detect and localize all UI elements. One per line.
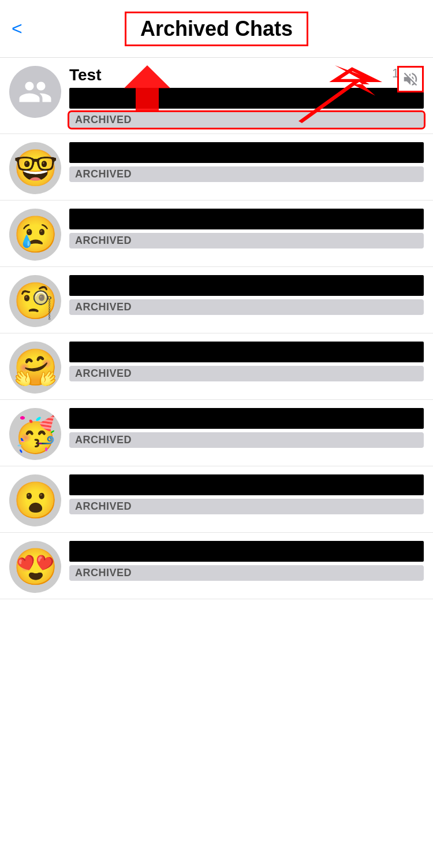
chat-message-redacted: [69, 541, 424, 562]
chat-content: ARCHIVED: [69, 408, 424, 448]
chat-top-row: Test 14:56: [69, 66, 424, 84]
chat-message-redacted: [69, 342, 424, 362]
chat-content: ARCHIVED: [69, 541, 424, 581]
archived-badge: ARCHIVED: [69, 366, 424, 381]
archived-badge: ARCHIVED: [69, 499, 424, 514]
avatar: 😍: [9, 541, 61, 593]
archived-badge: ARCHIVED: [69, 233, 424, 248]
list-item[interactable]: Test 14:56 ARCHIVED: [0, 58, 433, 134]
list-item[interactable]: 🥳 ARCHIVED: [0, 400, 433, 466]
list-item[interactable]: 😮 ARCHIVED: [0, 466, 433, 533]
archived-badge: ARCHIVED: [69, 565, 424, 581]
back-button[interactable]: <: [12, 18, 23, 39]
avatar: 🥳: [9, 408, 61, 460]
chat-message-redacted: [69, 142, 424, 163]
archived-badge: ARCHIVED: [69, 432, 424, 448]
header: < Archived Chats: [0, 0, 433, 58]
chat-content: ARCHIVED: [69, 474, 424, 514]
chat-content: ARCHIVED: [69, 209, 424, 248]
archived-badge: ARCHIVED: [69, 299, 424, 315]
chat-message-redacted: [69, 209, 424, 229]
list-item[interactable]: 🤗 ARCHIVED: [0, 333, 433, 400]
chat-message-redacted: [69, 88, 424, 109]
avatar: [9, 66, 61, 118]
archived-badge: ARCHIVED: [69, 166, 424, 182]
group-avatar-icon: [18, 75, 53, 109]
avatar: 🧐: [9, 275, 61, 327]
avatar: 😮: [9, 474, 61, 526]
mute-icon-box: [397, 66, 424, 92]
chat-content: ARCHIVED: [69, 142, 424, 182]
chat-list: Test 14:56 ARCHIVED 🤓 ARCHIVED: [0, 58, 433, 599]
chat-name: Test: [69, 66, 102, 84]
avatar: 🤗: [9, 342, 61, 394]
mute-icon: [402, 71, 419, 88]
chat-content: ARCHIVED: [69, 342, 424, 381]
avatar: 😢: [9, 209, 61, 261]
list-item[interactable]: 😢 ARCHIVED: [0, 201, 433, 267]
chat-message-redacted: [69, 275, 424, 296]
archived-badge: ARCHIVED: [69, 112, 424, 128]
chat-message-redacted: [69, 474, 424, 495]
chat-content: Test 14:56 ARCHIVED: [69, 66, 424, 128]
header-title-box: Archived Chats: [125, 12, 308, 46]
list-item[interactable]: 🧐 ARCHIVED: [0, 267, 433, 333]
page-title: Archived Chats: [140, 17, 293, 40]
chat-content: ARCHIVED: [69, 275, 424, 315]
list-item[interactable]: 😍 ARCHIVED: [0, 533, 433, 599]
chat-message-redacted: [69, 408, 424, 429]
list-item[interactable]: 🤓 ARCHIVED: [0, 134, 433, 201]
avatar: 🤓: [9, 142, 61, 194]
